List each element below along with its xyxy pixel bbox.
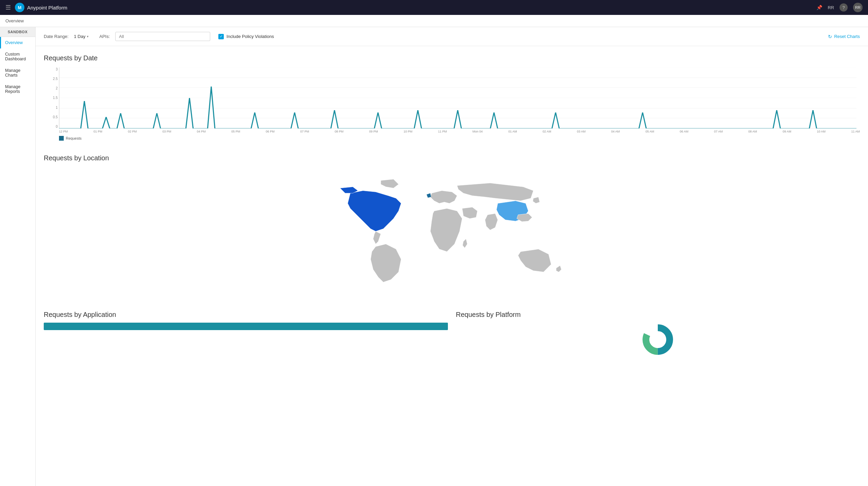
checkmark-icon: ✓ xyxy=(220,34,223,39)
apis-input[interactable] xyxy=(115,32,210,41)
sub-nav-overview[interactable]: Overview xyxy=(5,18,24,23)
logo-icon: M xyxy=(15,3,24,12)
hamburger-icon[interactable]: ☰ xyxy=(5,4,11,11)
sidebar-sandbox: SANDBOX xyxy=(0,27,35,37)
date-range-label: Date Range: xyxy=(44,34,68,39)
svg-point-10 xyxy=(653,335,663,345)
requests-by-platform-chart xyxy=(456,323,860,357)
requests-by-application-chart xyxy=(44,323,448,330)
content-area: SANDBOX Overview Custom Dashboard Manage… xyxy=(0,27,868,486)
sub-nav: Overview xyxy=(0,15,868,27)
pin-icon[interactable]: 📌 xyxy=(816,5,822,10)
donut-svg xyxy=(641,323,675,357)
avatar[interactable]: RR xyxy=(853,3,863,12)
legend-label: Requests xyxy=(66,136,81,140)
requests-by-date-chart xyxy=(59,67,856,128)
sidebar-item-manage-charts[interactable]: Manage Charts xyxy=(0,65,35,81)
avatar-initials: RR xyxy=(855,5,861,9)
nav-icons: 📌 RR ? RR xyxy=(816,3,863,12)
requests-by-platform-title: Requests by Platform xyxy=(456,311,860,319)
policy-check-area: ✓ Include Policy Violations xyxy=(218,34,274,39)
sidebar-item-manage-reports[interactable]: Manage Reports xyxy=(0,81,35,97)
map-container xyxy=(44,167,860,305)
logo-text: M xyxy=(18,5,22,10)
policy-label: Include Policy Violations xyxy=(226,34,274,39)
chevron-down-icon: ▾ xyxy=(87,35,88,38)
policy-checkbox[interactable]: ✓ xyxy=(218,34,224,39)
chart-legend: Requests xyxy=(59,136,860,141)
legend-color-box xyxy=(59,136,64,141)
requests-by-location-section: Requests by Location xyxy=(36,146,868,311)
world-map-svg xyxy=(325,173,579,300)
filter-bar: Date Range: 1 Day ▾ APIs: ✓ Include Poli… xyxy=(36,27,868,46)
help-icon[interactable]: ? xyxy=(840,3,848,12)
requests-by-platform-section: Requests by Platform xyxy=(456,311,860,357)
date-range-select[interactable]: 1 Day ▾ xyxy=(74,34,88,39)
requests-by-date-title: Requests by Date xyxy=(44,54,860,62)
sidebar-item-custom-dashboard[interactable]: Custom Dashboard xyxy=(0,48,35,65)
requests-by-application-title: Requests by Application xyxy=(44,311,448,319)
refresh-icon: ↻ xyxy=(828,34,832,39)
x-axis-labels: 12 PM 01 PM 02 PM 03 PM 04 PM 05 PM 06 P… xyxy=(59,130,860,133)
reset-charts-button[interactable]: ↻ Reset Charts xyxy=(828,34,860,39)
top-nav: ☰ M Anypoint Platform 📌 RR ? RR xyxy=(0,0,868,15)
logo-area: M Anypoint Platform xyxy=(15,3,67,12)
y-axis-labels: 3 2.5 2 1.5 1 0.5 0 xyxy=(45,67,58,128)
apis-label: APIs: xyxy=(99,34,110,39)
user-initials-1[interactable]: RR xyxy=(828,5,834,10)
main-content: Date Range: 1 Day ▾ APIs: ✓ Include Poli… xyxy=(36,27,868,486)
app-name: Anypoint Platform xyxy=(27,5,67,11)
reset-label: Reset Charts xyxy=(834,34,860,39)
requests-by-location-title: Requests by Location xyxy=(44,154,860,162)
bottom-charts: Requests by Application Requests by Plat… xyxy=(36,311,868,365)
requests-by-application-section: Requests by Application xyxy=(44,311,448,357)
requests-by-date-section: Requests by Date 3 2.5 2 1.5 1 0.5 0 xyxy=(36,46,868,146)
date-range-value: 1 Day xyxy=(74,34,85,39)
sidebar: SANDBOX Overview Custom Dashboard Manage… xyxy=(0,27,36,486)
sidebar-item-overview[interactable]: Overview xyxy=(0,37,35,48)
